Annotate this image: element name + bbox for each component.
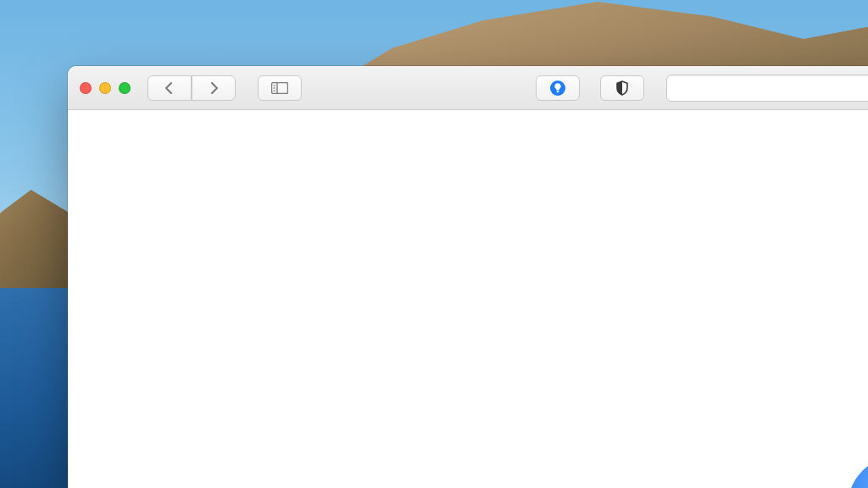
chevron-right-icon <box>209 82 219 94</box>
minimize-button[interactable] <box>99 82 111 94</box>
chevron-left-icon <box>164 82 175 94</box>
window-titlebar <box>68 66 868 110</box>
forward-button[interactable] <box>192 75 236 101</box>
svg-rect-7 <box>557 92 559 92</box>
sidebar-toggle-button[interactable] <box>258 75 302 101</box>
close-button[interactable] <box>80 82 92 94</box>
page-graphic-circle <box>848 456 868 488</box>
lightbulb-icon <box>549 80 566 97</box>
page-content <box>68 110 868 488</box>
nav-back-forward <box>147 75 236 101</box>
zoom-button[interactable] <box>119 82 131 94</box>
safari-window <box>68 66 868 488</box>
tips-extension-button[interactable] <box>536 75 580 101</box>
shield-icon <box>615 80 629 96</box>
svg-rect-6 <box>556 90 559 91</box>
back-button[interactable] <box>147 75 192 101</box>
sidebar-icon <box>271 82 288 94</box>
address-bar[interactable] <box>666 75 868 102</box>
wallpaper-water <box>0 288 76 488</box>
window-controls <box>80 82 131 94</box>
privacy-report-button[interactable] <box>600 75 644 101</box>
